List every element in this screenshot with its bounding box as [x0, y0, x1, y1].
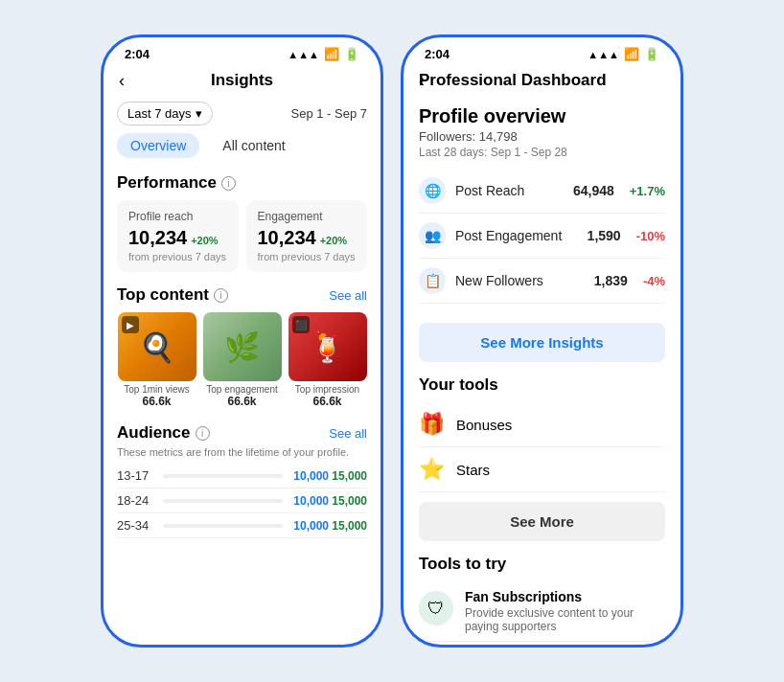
- aud-val1-2: 10,000: [290, 494, 329, 508]
- tools-to-try-section: Tools to try 🛡 Fan Subscriptions Provide…: [404, 551, 680, 642]
- stars-label: Stars: [456, 462, 490, 478]
- right-phone: 2:04 ▲▲▲ 📶 🔋 ‹ Professional Dashboard Pr…: [401, 34, 683, 648]
- right-time: 2:04: [425, 47, 450, 61]
- audience-section: Audience i See all These metrics are fro…: [104, 412, 380, 538]
- performance-title-row: Performance i: [104, 168, 380, 200]
- metrics-row: Profile reach 10,234 +20% from previous …: [104, 200, 380, 282]
- post-engagement-label: Post Engagement: [455, 228, 578, 243]
- right-back-button[interactable]: ‹: [419, 71, 425, 91]
- thumb-label-3: Top impression: [295, 384, 359, 395]
- content-images-row: 🍳 ▶ Top 1min views 66.6k 🌿 Top engagemen…: [104, 312, 380, 412]
- stat-row-engagement: 👥 Post Engagement 1,590 -10%: [419, 214, 665, 259]
- fan-subscriptions-desc: Provide exclusive content to your paying…: [465, 606, 665, 633]
- top-content-header: Top content i See all: [104, 282, 380, 312]
- right-status-bar: 2:04 ▲▲▲ 📶 🔋: [404, 37, 680, 65]
- date-range-button[interactable]: Last 7 days ▾: [117, 102, 213, 125]
- metric-reach-from: from previous 7 days: [128, 251, 227, 262]
- bonuses-label: Bonuses: [456, 417, 512, 433]
- your-tools-section: Your tools 🎁 Bonuses ⭐ Stars: [404, 372, 680, 492]
- phones-container: 2:04 ▲▲▲ 📶 🔋 ‹ Insights Last 7 days ▾ Se…: [81, 15, 703, 667]
- audience-see-all[interactable]: See all: [329, 426, 367, 441]
- aud-val1-1: 10,000: [290, 469, 329, 483]
- battery-icon: 🔋: [344, 47, 359, 61]
- new-followers-label: New Followers: [455, 273, 585, 288]
- post-reach-icon: 🌐: [419, 177, 446, 204]
- new-followers-value: 1,839: [594, 273, 628, 288]
- age-label-1: 13-17: [117, 468, 155, 483]
- tool-item-stars[interactable]: ⭐ Stars: [419, 447, 665, 492]
- profile-followers: Followers: 14,798: [419, 129, 665, 144]
- thumb-count-1: 66.6k: [142, 395, 171, 408]
- post-engagement-value: 1,590: [588, 228, 621, 243]
- profile-date-range: Last 28 days: Sep 1 - Sep 28: [419, 146, 665, 159]
- right-status-icons: ▲▲▲ 📶 🔋: [588, 47, 659, 61]
- date-range-label: Sep 1 - Sep 7: [291, 106, 368, 121]
- top-content-see-all[interactable]: See all: [329, 288, 367, 303]
- see-more-insights-button[interactable]: See More Insights: [419, 323, 665, 362]
- aud-val1-3: 10,000: [290, 519, 329, 533]
- content-thumb-3: 🍹 ⬛ Top impression 66.6k: [288, 312, 367, 408]
- post-reach-value: 64,948: [573, 183, 614, 198]
- controls-row: Last 7 days ▾ Sep 1 - Sep 7: [104, 98, 380, 133]
- metric-reach-value: 10,234: [128, 227, 187, 249]
- thumb-count-2: 66.6k: [227, 395, 256, 408]
- see-more-button[interactable]: See More: [419, 502, 665, 541]
- video-icon: ▶: [122, 316, 139, 333]
- right-nav-header: ‹ Professional Dashboard: [404, 65, 680, 98]
- content-thumb-2: 🌿 Top engagement 66.6k: [202, 312, 282, 408]
- left-nav-header: ‹ Insights: [104, 65, 380, 98]
- chevron-down-icon: ▾: [196, 106, 202, 121]
- left-status-bar: 2:04 ▲▲▲ 📶 🔋: [104, 37, 380, 65]
- wifi-icon: 📶: [324, 47, 339, 61]
- profile-overview-title: Profile overview: [419, 105, 665, 127]
- performance-title: Performance: [117, 173, 217, 193]
- thumb-count-3: 66.6k: [312, 395, 341, 408]
- top-content-info-icon[interactable]: i: [214, 288, 228, 303]
- new-followers-icon: 📋: [419, 267, 446, 294]
- thumb-img-2: 🌿: [203, 312, 282, 381]
- signal-icon-right: ▲▲▲: [588, 49, 619, 60]
- audience-row-3: 25-34 10,000 15,000: [117, 513, 367, 538]
- aud-val2-2: 15,000: [329, 494, 367, 508]
- tab-overview[interactable]: Overview: [117, 133, 199, 158]
- audience-row-1: 13-17 10,000 15,000: [117, 464, 367, 489]
- fan-subscriptions-icon: 🛡: [419, 591, 453, 625]
- thumb-img-1: 🍳 ▶: [118, 312, 196, 381]
- audience-info-icon[interactable]: i: [196, 426, 210, 441]
- tab-all-content[interactable]: All content: [209, 133, 298, 158]
- performance-info-icon[interactable]: i: [221, 176, 236, 191]
- thumb-label-2: Top engagement: [206, 384, 278, 395]
- stars-icon: ⭐: [419, 457, 445, 482]
- metric-engagement-label: Engagement: [258, 210, 357, 223]
- post-reach-label: Post Reach: [455, 183, 564, 198]
- profile-overview-section: Profile overview Followers: 14,798 Last …: [404, 98, 680, 313]
- metric-reach-change: +20%: [191, 235, 218, 246]
- wifi-icon-right: 📶: [624, 47, 639, 61]
- bonuses-icon: 🎁: [419, 412, 445, 437]
- audience-subtitle: These metrics are from the lifetime of y…: [117, 446, 367, 458]
- your-tools-title: Your tools: [419, 375, 665, 395]
- left-time: 2:04: [125, 47, 150, 61]
- tabs-row: Overview All content: [104, 133, 380, 168]
- audience-title: Audience: [117, 423, 191, 443]
- stat-row-new-followers: 📋 New Followers 1,839 -4%: [419, 259, 665, 304]
- left-back-button[interactable]: ‹: [119, 71, 125, 91]
- try-item-fan-subscriptions[interactable]: 🛡 Fan Subscriptions Provide exclusive co…: [419, 581, 665, 642]
- left-status-icons: ▲▲▲ 📶 🔋: [288, 47, 359, 61]
- aud-val2-1: 15,000: [329, 469, 367, 483]
- tool-item-bonuses[interactable]: 🎁 Bonuses: [419, 402, 665, 447]
- metric-card-engagement: Engagement 10,234 +20% from previous 7 d…: [246, 200, 368, 272]
- metric-engagement-from: from previous 7 days: [258, 251, 357, 262]
- age-label-3: 25-34: [117, 518, 155, 533]
- age-label-2: 18-24: [117, 493, 155, 508]
- post-engagement-change: -10%: [636, 229, 665, 243]
- reel-icon: ⬛: [292, 316, 310, 333]
- metric-engagement-value: 10,234: [258, 227, 316, 249]
- content-thumb-1: 🍳 ▶ Top 1min views 66.6k: [117, 312, 196, 408]
- metric-engagement-change: +20%: [320, 235, 347, 246]
- top-content-title: Top content: [117, 285, 209, 305]
- fan-subscriptions-label: Fan Subscriptions: [465, 589, 665, 604]
- right-nav-title: Professional Dashboard: [419, 71, 607, 90]
- battery-icon-right: 🔋: [644, 47, 659, 61]
- post-engagement-icon: 👥: [419, 222, 446, 249]
